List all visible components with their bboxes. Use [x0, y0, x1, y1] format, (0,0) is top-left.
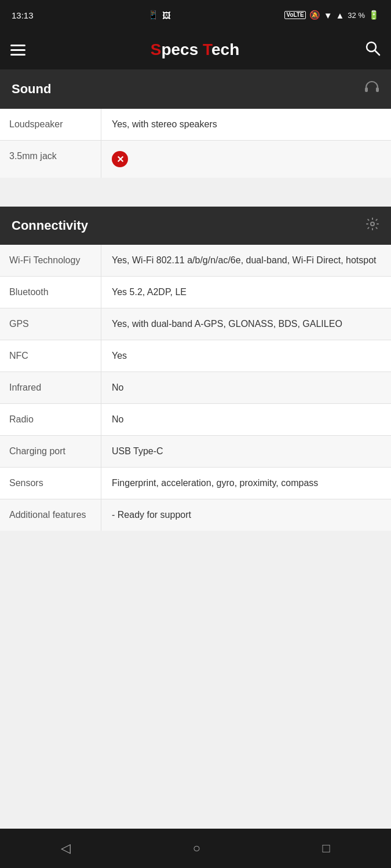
spec-value: ✕: [101, 141, 391, 178]
nav-bar: ◁ ○ □: [0, 829, 391, 868]
image-icon: 🖼: [162, 10, 171, 20]
battery-percent: 32 %: [348, 11, 365, 20]
sound-section: Sound Loudspeaker Yes, with stereo speak…: [0, 69, 391, 178]
spec-value: USB Type-C: [101, 436, 391, 467]
table-row: Bluetooth Yes 5.2, A2DP, LE: [0, 277, 391, 308]
mute-icon: 🔕: [309, 10, 320, 20]
bottom-padding: [0, 542, 391, 593]
spec-label: Loudspeaker: [0, 109, 101, 140]
table-row: NFC Yes: [0, 340, 391, 372]
spec-label: Charging port: [0, 436, 101, 467]
table-row: Radio No: [0, 404, 391, 436]
table-row: Infrared No: [0, 372, 391, 404]
recent-button[interactable]: □: [322, 841, 330, 856]
spec-label: Infrared: [0, 372, 101, 403]
sound-section-header: Sound: [0, 69, 391, 109]
spec-value: Yes: [101, 340, 391, 372]
table-row: Charging port USB Type-C: [0, 436, 391, 468]
connectivity-section: Connectivity Wi-Fi Technology Yes, Wi-Fi…: [0, 207, 391, 531]
spec-value: - Ready for support: [101, 499, 391, 531]
spec-value: Yes, with dual-band A-GPS, GLONASS, BDS,…: [101, 308, 391, 340]
spec-label: GPS: [0, 308, 101, 340]
spec-value: No: [101, 404, 391, 435]
table-row: Additional features - Ready for support: [0, 499, 391, 531]
title-pecs: pecs: [161, 41, 203, 58]
svg-point-4: [371, 222, 374, 226]
spec-label: Wi-Fi Technology: [0, 245, 101, 276]
table-row: Wi-Fi Technology Yes, Wi-Fi 802.11 a/b/g…: [0, 245, 391, 277]
sound-table: Loudspeaker Yes, with stereo speakers 3.…: [0, 109, 391, 178]
signal-icon: ▲: [336, 10, 345, 20]
app-bar: Specs Tech: [0, 30, 391, 69]
status-time: 13:13: [12, 10, 34, 20]
spec-label: NFC: [0, 340, 101, 372]
no-icon: ✕: [112, 151, 128, 167]
spec-label-bluetooth: Bluetooth: [0, 277, 101, 308]
status-bar: 13:13 📱 🖼 VoLTE 🔕 ▼ ▲ 32 % 🔋: [0, 0, 391, 30]
table-row: Sensors Fingerprint, acceleration, gyro,…: [0, 468, 391, 499]
title-s: S: [151, 41, 162, 58]
hamburger-menu[interactable]: [10, 45, 25, 56]
content-area: Sound Loudspeaker Yes, with stereo speak…: [0, 69, 391, 593]
search-button[interactable]: [364, 40, 381, 60]
spec-label: 3.5mm jack: [0, 141, 101, 178]
spec-label: Additional features: [0, 499, 101, 531]
back-button[interactable]: ◁: [61, 841, 71, 856]
screenshot-icon: 📱: [148, 10, 159, 20]
table-row: GPS Yes, with dual-band A-GPS, GLONASS, …: [0, 308, 391, 340]
spec-value: Yes, with stereo speakers: [101, 109, 391, 140]
sound-section-title: Sound: [12, 82, 51, 97]
spec-label: Sensors: [0, 468, 101, 499]
title-ech: ech: [211, 41, 239, 58]
title-t: T: [203, 41, 211, 58]
spec-value: Fingerprint, acceleration, gyro, proximi…: [101, 468, 391, 499]
svg-point-0: [367, 42, 376, 52]
status-icons-right: VoLTE 🔕 ▼ ▲ 32 % 🔋: [284, 10, 379, 20]
gear-icon: [366, 217, 379, 234]
volte-icon: VoLTE: [284, 11, 305, 19]
headphone-icon: [364, 80, 379, 98]
spec-label: Radio: [0, 404, 101, 435]
svg-line-1: [375, 50, 379, 55]
table-row: Loudspeaker Yes, with stereo speakers: [0, 109, 391, 141]
connectivity-section-title: Connectivity: [12, 218, 88, 233]
connectivity-table: Wi-Fi Technology Yes, Wi-Fi 802.11 a/b/g…: [0, 245, 391, 531]
connectivity-section-header: Connectivity: [0, 207, 391, 245]
home-button[interactable]: ○: [193, 841, 200, 856]
battery-icon: 🔋: [368, 10, 379, 20]
svg-rect-2: [365, 87, 368, 92]
table-row: 3.5mm jack ✕: [0, 141, 391, 178]
spec-value: No: [101, 372, 391, 403]
spacer: [0, 189, 391, 207]
svg-rect-3: [376, 87, 379, 92]
app-title: Specs Tech: [151, 41, 240, 59]
spec-value-bluetooth: Yes 5.2, A2DP, LE: [101, 277, 391, 308]
wifi-icon: ▼: [324, 10, 332, 20]
status-icons-left: 📱 🖼: [148, 10, 171, 20]
spec-value: Yes, Wi-Fi 802.11 a/b/g/n/ac/6e, dual-ba…: [101, 245, 391, 276]
